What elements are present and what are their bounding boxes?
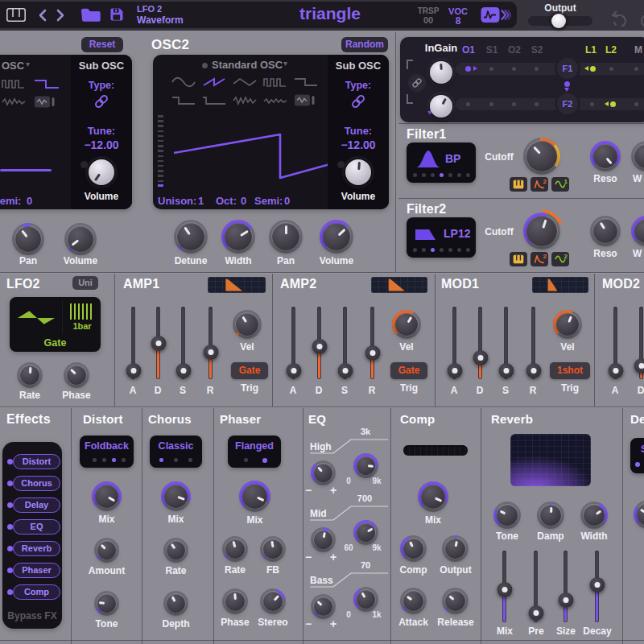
reverb-mix-slider[interactable] (502, 551, 506, 622)
lfo2-sync-value[interactable]: 1bar (66, 321, 98, 331)
fx-chain-reverb[interactable]: Reverb (13, 541, 60, 556)
route-f2-node[interactable]: F2 (557, 93, 578, 114)
amp2-attack-slider[interactable] (291, 307, 295, 379)
mod1-vel-knob[interactable] (553, 310, 582, 339)
eq-mid-freq-knob[interactable] (353, 520, 378, 545)
save-icon[interactable] (109, 7, 124, 22)
fx-chain-delay[interactable]: Delay (13, 497, 60, 513)
lfo2-sync-bars-icon[interactable] (70, 303, 94, 320)
filter2-env-button[interactable]: 2 (530, 252, 548, 266)
osc2-wave-sine-icon[interactable] (171, 76, 196, 89)
osc2-wave-pulse2-icon[interactable] (202, 94, 226, 107)
bypass-fx-button[interactable]: Bypass FX (2, 610, 62, 621)
osc2-model-header[interactable]: Standard OSC (212, 59, 283, 71)
delay-mix-knob[interactable] (634, 500, 644, 529)
osc2-subosc-link-icon[interactable] (350, 93, 366, 109)
route-dot[interactable] (512, 102, 516, 106)
amp1-attack-slider[interactable] (131, 307, 135, 379)
transpose-value[interactable]: 00 (414, 15, 443, 25)
osc2-subosc-volume-knob[interactable] (342, 156, 374, 188)
phaser-fb-knob[interactable] (260, 536, 286, 562)
next-preset-icon[interactable] (56, 9, 65, 22)
lfo2-waveform-icon[interactable] (16, 308, 56, 328)
comp-release-knob[interactable] (442, 588, 469, 614)
route-dot[interactable] (512, 67, 516, 71)
preset-name[interactable]: triangle (266, 4, 394, 23)
osc2-wave-square-icon[interactable] (294, 76, 318, 89)
eq-high-freq-value[interactable]: 3k (352, 427, 379, 436)
osc1-subosc-volume-knob[interactable] (85, 156, 118, 188)
mod1-decay-slider[interactable] (478, 307, 482, 379)
osc2-semi-value[interactable]: 0 (284, 195, 290, 207)
amp2-trig-mode-button[interactable]: Gate (390, 362, 427, 379)
reverb-tone-knob[interactable] (493, 502, 521, 529)
eq-high-gain-knob[interactable] (311, 460, 336, 485)
fx-chain-phaser[interactable]: Phaser (13, 563, 60, 578)
keyboard-icon[interactable] (6, 8, 26, 22)
filter2-cutoff-knob[interactable] (523, 213, 560, 250)
route-dot[interactable] (535, 67, 539, 71)
fx-chain-eq[interactable]: EQ (13, 519, 60, 535)
osc1-model-header[interactable]: OSC (2, 60, 24, 72)
osc2-detune-knob[interactable] (174, 220, 208, 254)
fx-chain-comp[interactable]: Comp (13, 584, 60, 600)
route-f1-node[interactable]: F1 (557, 58, 578, 79)
reverb-display[interactable] (510, 434, 591, 486)
phaser-mix-knob[interactable] (239, 481, 270, 512)
comp-comp-knob[interactable] (400, 535, 427, 562)
filter-serial-dot[interactable] (564, 81, 570, 87)
filter2-reso-knob[interactable] (590, 216, 621, 246)
route-dot[interactable] (535, 102, 539, 106)
route-src-s2[interactable]: S2 (528, 44, 546, 56)
chorus-mix-knob[interactable] (161, 481, 191, 511)
amp2-env-display[interactable] (371, 277, 427, 293)
amp1-release-slider[interactable] (208, 307, 213, 379)
phaser-phase-knob[interactable] (222, 588, 248, 614)
osc2-wave-pulsetrain-icon[interactable] (263, 76, 287, 89)
route-dot[interactable] (466, 102, 470, 106)
osc2-oct-value[interactable]: 0 (241, 195, 246, 207)
distort-amount-knob[interactable] (94, 538, 119, 563)
distort-mix-knob[interactable] (92, 481, 122, 511)
comp-attack-knob[interactable] (400, 588, 427, 614)
lfo2-mode-value[interactable]: Gate (10, 337, 101, 349)
amp2-decay-slider[interactable] (317, 307, 321, 379)
fx-chain-distort[interactable]: Distort (13, 454, 60, 469)
osc1-wave-square-icon[interactable] (34, 77, 60, 90)
osc1-wave-sample-icon[interactable] (34, 95, 56, 109)
output-slider-handle[interactable] (551, 14, 566, 28)
osc1-wave-pulsetrain-icon[interactable] (2, 77, 26, 90)
reverb-width-knob[interactable] (580, 502, 608, 529)
mod1-sustain-slider[interactable] (504, 307, 508, 379)
reverb-damp-knob[interactable] (537, 502, 564, 529)
route-dot[interactable] (634, 67, 638, 71)
amp2-vel-knob[interactable] (392, 310, 421, 339)
route-dot[interactable] (634, 102, 638, 106)
lfo2-phase-knob[interactable] (64, 362, 89, 388)
filter1-cutoff-knob[interactable] (523, 138, 560, 175)
filter1-type-selector[interactable]: BP (407, 142, 476, 183)
phaser-type-selector[interactable]: Flanged (228, 436, 281, 468)
mpe-badge-icon[interactable] (481, 6, 511, 23)
output-slider[interactable] (528, 16, 592, 26)
route-src-l1[interactable]: L1 (583, 44, 599, 56)
ingain-link-toggle[interactable] (408, 74, 426, 92)
mod2-decay-slider[interactable] (639, 307, 643, 379)
fx-chain-chorus[interactable]: Chorus (13, 476, 60, 491)
amp1-decay-slider[interactable] (156, 307, 160, 379)
osc1-wave-noise-icon[interactable] (2, 96, 26, 108)
route-src-m[interactable]: M (630, 44, 644, 56)
osc1-pan-knob[interactable] (12, 223, 44, 255)
amp2-release-slider[interactable] (370, 307, 374, 379)
filter2-type-selector[interactable]: LP12 (407, 217, 476, 258)
osc1-subosc-link-icon[interactable] (93, 93, 109, 109)
chorus-type-selector[interactable]: Classic (150, 436, 202, 468)
preset-slot-line2[interactable]: Waveform (137, 14, 184, 26)
filter2-keytrack-button[interactable] (510, 252, 527, 266)
chorus-rate-knob[interactable] (163, 538, 188, 563)
filter1-reso-knob[interactable] (590, 141, 621, 171)
filter2-wet-knob[interactable] (631, 216, 644, 246)
mod1-env-display[interactable] (532, 277, 588, 293)
osc2-width-knob[interactable] (221, 220, 255, 254)
ingain-knob-1[interactable] (427, 58, 456, 87)
